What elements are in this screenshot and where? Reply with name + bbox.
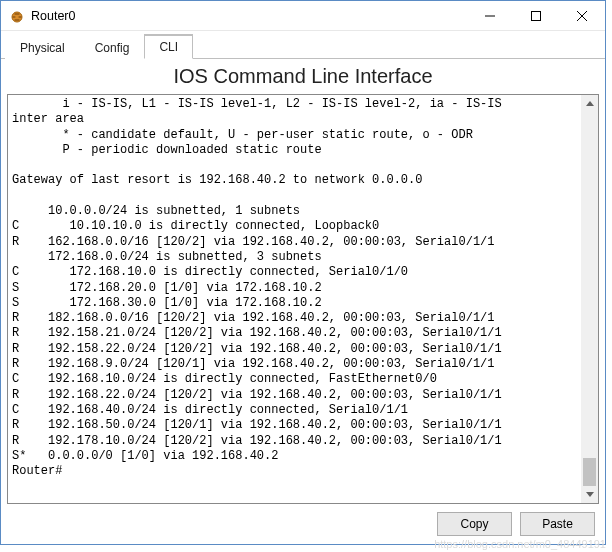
terminal-container: i - IS-IS, L1 - IS-IS level-1, L2 - IS-I… [7, 94, 599, 504]
content-area: IOS Command Line Interface i - IS-IS, L1… [1, 59, 605, 544]
tab-physical[interactable]: Physical [5, 36, 80, 59]
paste-button[interactable]: Paste [520, 512, 595, 536]
scroll-thumb[interactable] [583, 458, 596, 486]
tab-cli[interactable]: CLI [144, 34, 193, 59]
router-icon [9, 8, 25, 24]
titlebar-left: Router0 [9, 8, 75, 24]
close-button[interactable] [559, 1, 605, 31]
window-controls [467, 1, 605, 31]
terminal-scrollbar[interactable] [581, 95, 598, 503]
copy-button[interactable]: Copy [437, 512, 512, 536]
scroll-track[interactable] [581, 112, 598, 486]
minimize-button[interactable] [467, 1, 513, 31]
maximize-button[interactable] [513, 1, 559, 31]
app-window: Router0 Physical Config CLI IOS Command … [0, 0, 606, 545]
tabs: Physical Config CLI [1, 33, 605, 59]
scroll-up-button[interactable] [581, 95, 598, 112]
tab-config[interactable]: Config [80, 36, 145, 59]
button-row: Copy Paste [7, 504, 599, 544]
cli-heading: IOS Command Line Interface [7, 65, 599, 88]
cli-terminal[interactable]: i - IS-IS, L1 - IS-IS level-1, L2 - IS-I… [8, 95, 581, 503]
titlebar: Router0 [1, 1, 605, 31]
window-title: Router0 [31, 9, 75, 23]
svg-rect-2 [532, 11, 541, 20]
scroll-down-button[interactable] [581, 486, 598, 503]
